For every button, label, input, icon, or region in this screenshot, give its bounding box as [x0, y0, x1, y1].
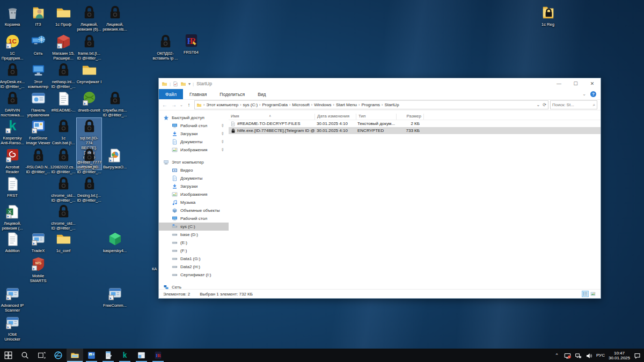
- address-bar[interactable]: ›Этот компьютер›sys (C:)›ProgramData›Mic…: [194, 100, 548, 109]
- refresh-icon[interactable]: ⟳: [543, 102, 546, 107]
- taskbar-task-view-button[interactable]: [33, 349, 50, 362]
- nav-item-загрузки[interactable]: Загрузки✎: [159, 130, 229, 138]
- nav-item--f-[interactable]: (F:): [159, 247, 229, 255]
- breadcrumb-segment[interactable]: ProgramData: [262, 102, 288, 107]
- desktop-icon[interactable]: Addition: [0, 231, 25, 253]
- taskbar-kaspersky-button[interactable]: k: [116, 349, 133, 362]
- nav-item-sys-c-[interactable]: sys (C:): [159, 223, 229, 231]
- new-folder-button[interactable]: [180, 81, 186, 87]
- desktop-icon[interactable]: Desing.txt.[... ID @Hitler_...: [77, 175, 101, 203]
- desktop-icon[interactable]: MSMobile SMARTS: [26, 256, 50, 283]
- file-row[interactable]: hlife.exe.[ID-774BEC7E].[Telegram ID @Hi…: [229, 127, 601, 134]
- breadcrumb-segment[interactable]: sys (C:): [243, 102, 258, 107]
- network-icon[interactable]: [575, 352, 582, 359]
- file-row[interactable]: #README-TO-DECRYPT-FILES30.01.2025 4:10Т…: [229, 120, 601, 127]
- desktop-icon[interactable]: kaspersky4...: [103, 231, 127, 253]
- column-header[interactable]: Размер: [397, 114, 424, 120]
- search-input[interactable]: Поиск: St... ⌕: [550, 100, 597, 109]
- desktop-icon[interactable]: AnyDesk.ex... ID @Hitler_...: [0, 62, 25, 89]
- nav-item-изображения[interactable]: Изображения✎: [159, 146, 229, 154]
- expand-ribbon-icon[interactable]: ⌄: [582, 92, 586, 97]
- taskbar-internet-explorer-button[interactable]: [50, 349, 67, 362]
- desktop-icon[interactable]: Магазин 15, Расшире...: [51, 33, 76, 61]
- display-alert-icon[interactable]: 1: [564, 352, 571, 359]
- ribbon-tab[interactable]: Файл: [159, 89, 183, 99]
- title-bar[interactable]: | ▾ | StartUp — ☐ ✕: [159, 78, 601, 89]
- desktop-icon[interactable]: #README-...: [51, 90, 76, 113]
- action-center-icon[interactable]: [634, 352, 641, 359]
- desktop-icon[interactable]: Корзина: [0, 4, 25, 27]
- desktop-icon[interactable]: XЛицевой, ревизия (...: [0, 203, 25, 231]
- desktop-icon[interactable]: IObit Unlocker: [0, 314, 25, 342]
- breadcrumb-segment[interactable]: StartUp: [384, 102, 399, 107]
- taskbar-photo-viewer-button[interactable]: [83, 349, 100, 362]
- ribbon-tab[interactable]: Поделиться: [213, 89, 251, 99]
- close-button[interactable]: ✕: [584, 78, 601, 89]
- desktop-icon[interactable]: ВыгрузкаО...: [103, 147, 127, 169]
- breadcrumb-segment[interactable]: Microsoft: [292, 102, 309, 107]
- desktop-icon[interactable]: DARVIN постоянка....: [0, 90, 25, 117]
- taskbar-file-commander-button[interactable]: [133, 349, 150, 362]
- breadcrumb-segment[interactable]: Programs: [361, 102, 380, 107]
- details-view-button[interactable]: [582, 291, 588, 297]
- desktop-icon[interactable]: FRFRST64: [179, 32, 203, 55]
- minimize-button[interactable]: —: [551, 78, 567, 89]
- breadcrumb-segment[interactable]: Start Menu: [336, 102, 357, 107]
- desktop-icon[interactable]: chrome_old... ID @Hitler_...: [51, 203, 76, 231]
- nav-item--e-[interactable]: (E:): [159, 239, 229, 247]
- nav-item-объемные-объекты[interactable]: Объемные объекты: [159, 206, 229, 215]
- breadcrumb-segment[interactable]: Этот компьютер: [206, 102, 238, 107]
- nav-item-изображения[interactable]: Изображения: [159, 190, 229, 198]
- desktop-icon[interactable]: Панель управления: [26, 90, 50, 117]
- nav-item-рабочий-стол[interactable]: Рабочий стол: [159, 215, 229, 223]
- desktop-icon[interactable]: Advanced IP Scanner: [0, 285, 25, 313]
- desktop-icon[interactable]: Сертификат I: [77, 62, 101, 84]
- column-header[interactable]: Тип: [356, 114, 397, 120]
- back-button[interactable]: ←: [161, 102, 169, 108]
- nav-item-data2-h-[interactable]: Data2 (H:): [159, 263, 229, 271]
- nav-item-загрузки[interactable]: Загрузки: [159, 182, 229, 190]
- nav-item-видео[interactable]: Видео: [159, 166, 229, 174]
- properties-button[interactable]: [173, 81, 178, 87]
- desktop-icon[interactable]: kKaspersky Anti-Ranso...: [0, 118, 25, 145]
- nav-item-этот-компьютер[interactable]: Этот компьютер: [159, 158, 229, 166]
- thumbnails-view-button[interactable]: [590, 291, 596, 297]
- desktop-icon[interactable]: drweb-cureit: [77, 90, 101, 113]
- ribbon-tab[interactable]: Главная: [183, 89, 213, 99]
- nav-item-base-d-[interactable]: base (D:): [159, 231, 229, 239]
- taskbar-frst-button[interactable]: FR: [150, 349, 166, 362]
- breadcrumb-segment[interactable]: Windows: [314, 102, 331, 107]
- maximize-button[interactable]: ☐: [567, 78, 584, 89]
- desktop-icon[interactable]: 12082022.cs... ID @Hitler_...: [51, 147, 76, 174]
- desktop-icon[interactable]: frame.txt.[I... ID @Hitler_...: [77, 33, 101, 61]
- desktop-icon[interactable]: Лицевой, ревизия.xls...: [103, 4, 127, 32]
- language-indicator[interactable]: РУС: [596, 353, 605, 358]
- desktop-icon[interactable]: users.txt.[ID... ID @Hitler_...: [77, 147, 101, 174]
- nav-item-сертификат-i-[interactable]: Сертификат (I:): [159, 271, 229, 279]
- taskbar-notepad-button[interactable]: [100, 349, 116, 362]
- nav-item-музыка[interactable]: Музыка: [159, 198, 229, 206]
- taskbar-search-button[interactable]: [17, 349, 33, 362]
- clock[interactable]: 10:47 30.01.2025: [609, 351, 630, 360]
- forward-button[interactable]: →: [170, 102, 178, 108]
- address-dropdown-icon[interactable]: ⌄: [537, 102, 540, 107]
- desktop-icon[interactable]: nethasp.ini... ID @Hitler_...: [51, 62, 76, 89]
- column-header[interactable]: Дата изменения: [315, 114, 356, 120]
- nav-item-документы[interactable]: Документы: [159, 174, 229, 182]
- taskbar-file-explorer-button[interactable]: [67, 349, 83, 362]
- help-icon[interactable]: ?: [590, 91, 596, 97]
- volume-icon[interactable]: [586, 352, 592, 359]
- recent-locations-icon[interactable]: ⌄: [179, 103, 184, 107]
- up-button[interactable]: ↑: [185, 102, 193, 108]
- desktop-icon[interactable]: Лицевой, ревизия (6)...: [77, 4, 101, 32]
- customize-qat-button[interactable]: ▾: [188, 82, 191, 86]
- desktop-icon[interactable]: FreeComm...: [103, 285, 127, 308]
- desktop-icon[interactable]: 1с Cash.bat.[I...: [51, 118, 76, 145]
- nav-item-сеть[interactable]: Сеть: [159, 283, 229, 289]
- nav-item-быстрый-доступ[interactable]: Быстрый доступ: [159, 114, 229, 122]
- taskbar-start-button[interactable]: [0, 349, 17, 362]
- desktop-icon[interactable]: 1c Reg: [536, 4, 560, 27]
- nav-item-рабочий-стол[interactable]: Рабочий стол✎: [159, 122, 229, 130]
- desktop-icon[interactable]: 1c_conf: [51, 231, 76, 253]
- desktop-icon[interactable]: chrome_old... ID @Hitler_...: [51, 175, 76, 203]
